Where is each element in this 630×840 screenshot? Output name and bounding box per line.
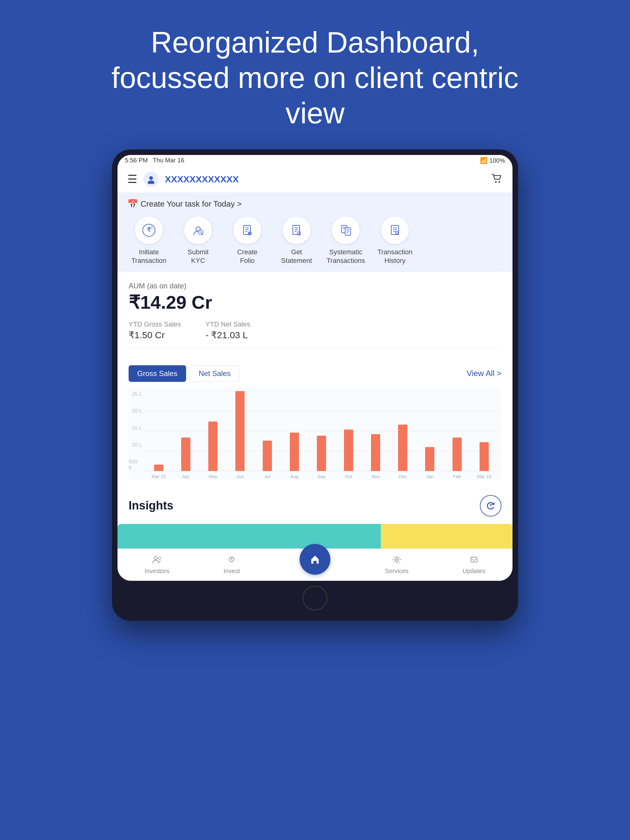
home-button[interactable] <box>300 544 330 575</box>
x-label-Oct: Oct <box>336 474 361 479</box>
action-submit-kyc[interactable]: 🔍 SubmitKYC <box>177 216 220 265</box>
svg-text:₹: ₹ <box>230 557 233 562</box>
bar-Aug <box>290 433 299 471</box>
invest-icon: ₹ <box>227 555 237 566</box>
tablet-screen: 5:56 PM Thu Mar 16 📶 100% ☰ XXXXXXXXXXXX <box>117 155 513 581</box>
svg-text:₹: ₹ <box>489 503 492 508</box>
updates-icon <box>469 555 479 566</box>
bar-Apr <box>181 437 190 471</box>
x-label-Jul: Jul <box>255 474 280 479</box>
avatar <box>143 172 159 187</box>
task-header-text: Create Your task for Today > <box>141 199 242 209</box>
tablet-device: 5:56 PM Thu Mar 16 📶 100% ☰ XXXXXXXXXXXX <box>112 149 518 621</box>
x-label-Mar22: Mar 22 <box>146 474 172 479</box>
services-label: Services <box>385 568 408 575</box>
x-label-Jan: Jan <box>417 474 443 479</box>
action-initiate-transaction[interactable]: ₹ ↑ InitiateTransaction <box>127 216 171 265</box>
x-label-Aug: Aug <box>282 474 307 479</box>
main-content: AUM (as on date) ₹14.29 Cr YTD Gross Sal… <box>117 272 513 358</box>
transaction-history-label: TransactionHistory <box>377 248 413 265</box>
y-label-20: 20 L <box>132 408 142 414</box>
header-left: ☰ XXXXXXXXXXXX <box>127 172 239 187</box>
insight-card-yellow <box>381 524 513 548</box>
action-transaction-history[interactable]: ₹ TransactionHistory <box>374 216 416 265</box>
bar-Jul <box>263 441 272 471</box>
initiate-transaction-label: InitiateTransaction <box>131 248 166 265</box>
svg-point-42 <box>154 556 157 560</box>
y-label-15: 15 L <box>132 425 142 431</box>
ytd-gross-sales-label: YTD Gross Sales <box>128 321 181 328</box>
view-all-link[interactable]: View All > <box>467 369 502 378</box>
task-section: 📅 Create Your task for Today > ₹ ↑ Initi… <box>117 193 513 272</box>
nav-services[interactable]: Services <box>379 552 415 578</box>
initiate-transaction-icon: ₹ ↑ <box>135 216 163 244</box>
status-time-date: 5:56 PM Thu Mar 16 <box>125 157 184 164</box>
svg-point-43 <box>158 557 161 560</box>
svg-text:+: + <box>249 231 251 235</box>
submit-kyc-icon: 🔍 <box>184 216 212 244</box>
bar-Mar23 <box>480 442 489 471</box>
create-folio-icon: + <box>233 216 261 244</box>
create-folio-label: CreateFolio <box>237 248 258 265</box>
svg-point-47 <box>396 559 397 560</box>
x-label-Sep: Sep <box>309 474 334 479</box>
action-get-statement[interactable]: + GetStatement <box>275 216 318 265</box>
quick-actions: ₹ ↑ InitiateTransaction 🔍 <box>127 216 503 265</box>
investors-label: Investors <box>144 568 169 575</box>
svg-point-3 <box>499 181 500 183</box>
investors-icon <box>152 555 162 566</box>
ytd-net-sales-label: YTD Net Sales <box>206 321 250 328</box>
aum-section: AUM (as on date) ₹14.29 Cr <box>128 282 502 313</box>
insights-section: Insights ₹ <box>117 488 513 524</box>
chart-tab-group: Gross Sales Net Sales <box>128 365 240 382</box>
bar-Dec <box>398 425 407 471</box>
x-label-Jun: Jun <box>227 474 253 479</box>
y-label-25: 25 L <box>132 391 142 397</box>
systematic-transactions-icon <box>332 216 359 244</box>
get-statement-icon: + <box>283 216 310 244</box>
svg-rect-26 <box>345 228 351 235</box>
ytd-net-sales: YTD Net Sales - ₹21.03 L <box>206 321 250 340</box>
ytd-gross-sales-value: ₹1.50 Cr <box>128 330 181 340</box>
nav-investors[interactable]: Investors <box>138 552 176 578</box>
bottom-nav: Investors ₹ Invest <box>117 548 513 581</box>
nav-invest[interactable]: ₹ Invest <box>217 552 246 578</box>
status-bar: 5:56 PM Thu Mar 16 📶 100% <box>117 155 513 166</box>
tablet-physical-home-button[interactable] <box>303 586 327 610</box>
action-create-folio[interactable]: + CreateFolio <box>226 216 269 265</box>
svg-point-2 <box>495 181 497 183</box>
app-header: ☰ XXXXXXXXXXXX <box>117 166 513 193</box>
stats-row: YTD Gross Sales ₹1.50 Cr YTD Net Sales -… <box>128 321 502 348</box>
calendar-icon: 📅 <box>127 199 138 209</box>
nav-updates[interactable]: Updates <box>456 552 492 578</box>
svg-point-0 <box>149 176 153 180</box>
updates-label: Updates <box>463 568 486 575</box>
chart-controls: Gross Sales Net Sales View All > <box>128 365 502 382</box>
username: XXXXXXXXXXXX <box>165 174 239 185</box>
refresh-button[interactable]: ₹ <box>480 495 502 516</box>
bar-Mar22 <box>154 464 163 471</box>
x-label-Mar23: Mar 23 <box>471 474 497 479</box>
net-sales-tab[interactable]: Net Sales <box>190 365 240 382</box>
task-header: 📅 Create Your task for Today > <box>127 199 503 209</box>
action-systematic-transactions[interactable]: SystematicTransactions <box>324 216 367 265</box>
x-label-Feb: Feb <box>444 474 470 479</box>
hamburger-menu[interactable]: ☰ <box>127 173 137 186</box>
insight-card-teal <box>117 524 381 548</box>
aum-label: AUM (as on date) <box>128 282 502 290</box>
submit-kyc-label: SubmitKYC <box>188 248 209 265</box>
x-label-May: May <box>200 474 226 479</box>
transaction-history-icon: ₹ <box>381 216 409 244</box>
gross-sales-tab[interactable]: Gross Sales <box>128 365 186 382</box>
cart-icon[interactable] <box>492 173 503 186</box>
y-label-500k: 500 K <box>128 459 142 471</box>
get-statement-label: GetStatement <box>281 248 312 265</box>
y-label-10: 10 L <box>132 442 142 448</box>
bar-Oct <box>344 429 353 471</box>
ytd-net-sales-value: - ₹21.03 L <box>206 330 250 340</box>
invest-label: Invest <box>224 568 240 575</box>
status-icons: 📶 100% <box>480 157 505 164</box>
bar-Jun <box>235 391 245 471</box>
aum-value: ₹14.29 Cr <box>128 292 502 313</box>
insights-title: Insights <box>128 499 174 512</box>
